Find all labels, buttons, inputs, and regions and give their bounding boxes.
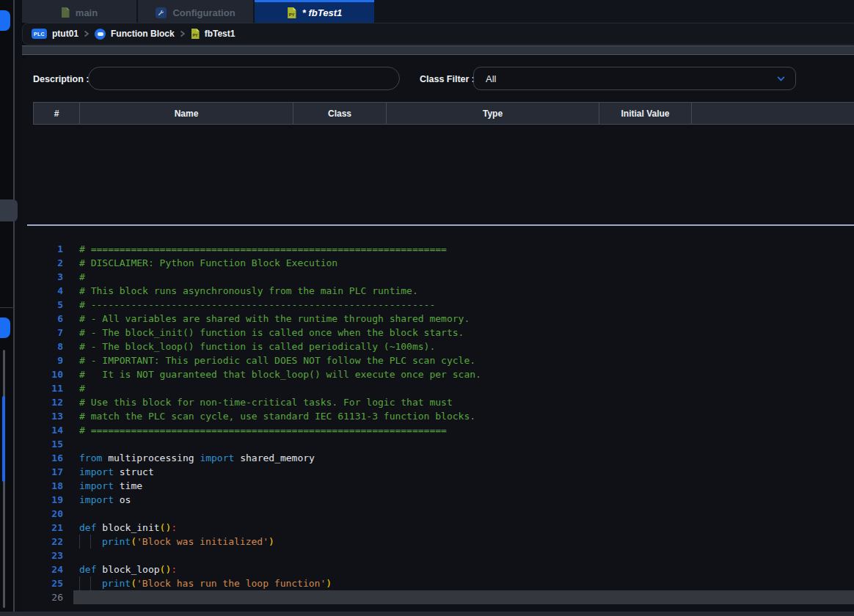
line-number: 5 [22, 298, 73, 312]
file-icon [61, 7, 70, 18]
description-input[interactable] [88, 67, 400, 90]
line-number: 10 [22, 367, 73, 381]
line-number: 7 [22, 326, 73, 340]
code-line-17[interactable]: 17import struct [22, 465, 854, 479]
breadcrumb-project[interactable]: ptut01 [52, 29, 79, 39]
python-file-icon: PY [191, 29, 200, 39]
code-line-1[interactable]: 1# =====================================… [22, 242, 854, 256]
line-content: from multiprocessing import shared_memor… [73, 451, 854, 465]
code-line-2[interactable]: 2# DISCLAIMER: Python Function Block Exe… [22, 256, 854, 270]
line-number: 3 [22, 270, 73, 284]
line-content [73, 590, 854, 604]
code-editor[interactable]: 1# =====================================… [22, 227, 854, 612]
tab-label: * fbTest1 [302, 7, 342, 18]
line-number: 6 [22, 312, 73, 326]
breadcrumb: PLC ptut01 Function Block PY fbTest1 [22, 23, 854, 45]
tab-fbtest1[interactable]: PY * fbTest1 [255, 0, 374, 23]
line-content: # Use this block for non-time-critical t… [73, 395, 854, 409]
line-content: print('Block was initialized') [73, 535, 854, 549]
code-line-20[interactable]: 20 [22, 507, 854, 521]
tab-label: Configuration [172, 7, 235, 18]
breadcrumb-section[interactable]: Function Block [111, 29, 175, 39]
code-line-13[interactable]: 13# match the PLC scan cycle, use standa… [22, 409, 854, 423]
code-line-18[interactable]: 18import time [22, 479, 854, 493]
line-content: # [73, 270, 854, 284]
code-line-4[interactable]: 4# This block runs asynchronously from t… [22, 284, 854, 298]
line-content [73, 507, 854, 521]
sidebar-divider [0, 307, 13, 308]
sidebar-toggle-button-top[interactable] [0, 10, 10, 31]
code-line-26[interactable]: 26 [22, 590, 854, 604]
line-content: # ======================================… [73, 242, 854, 256]
code-line-10[interactable]: 10# It is NOT guaranteed that block_loop… [22, 367, 854, 381]
line-number: 4 [22, 284, 73, 298]
column-header-class[interactable]: Class [293, 103, 386, 124]
plc-badge-icon: PLC [32, 29, 47, 39]
code-line-23[interactable]: 23 [22, 549, 854, 562]
horizontal-scrollbar-track[interactable] [0, 612, 854, 616]
line-number: 23 [22, 549, 73, 562]
sidebar-scrollbar-thumb[interactable] [2, 396, 5, 482]
code-line-7[interactable]: 7# - The block_init() function is called… [22, 326, 854, 340]
line-content: import os [73, 493, 854, 507]
line-content [73, 437, 854, 451]
line-number: 25 [22, 576, 73, 590]
line-number: 14 [22, 423, 73, 437]
line-content: # --------------------------------------… [73, 298, 854, 312]
chevron-right-icon [180, 30, 186, 37]
python-file-icon: PY [287, 7, 296, 18]
code-line-19[interactable]: 19import os [22, 493, 854, 507]
code-line-16[interactable]: 16from multiprocessing import shared_mem… [22, 451, 854, 465]
function-block-icon [95, 29, 106, 40]
line-number: 26 [22, 590, 73, 604]
description-label: Description : [33, 74, 89, 84]
line-content [73, 549, 854, 562]
line-number: 20 [22, 507, 73, 521]
tab-configuration[interactable]: Configuration [138, 0, 253, 23]
line-number: 24 [22, 562, 73, 576]
sidebar-toggle-button-bottom[interactable] [0, 318, 10, 338]
tab-label: main [76, 7, 98, 18]
line-content: # - The block_loop() function is called … [73, 340, 854, 353]
class-filter-value: All [474, 73, 775, 84]
code-line-9[interactable]: 9# - IMPORTANT: This periodic call DOES … [22, 353, 854, 367]
breadcrumb-item: fbTest1 [205, 29, 236, 39]
wrench-icon [156, 7, 167, 18]
code-line-15[interactable]: 15 [22, 437, 854, 451]
svg-text:PY: PY [288, 12, 294, 17]
code-line-8[interactable]: 8# - The block_loop() function is called… [22, 340, 854, 353]
line-content: # - IMPORTANT: This periodic call DOES N… [73, 353, 854, 367]
class-filter-dropdown[interactable]: All [473, 67, 796, 90]
column-header-name[interactable]: Name [79, 103, 293, 124]
line-number: 12 [22, 395, 73, 409]
line-number: 16 [22, 451, 73, 465]
svg-text:PY: PY [192, 33, 198, 37]
line-number: 19 [22, 493, 73, 507]
code-line-11[interactable]: 11# [22, 381, 854, 395]
column-header-initial-value[interactable]: Initial Value [599, 103, 691, 124]
code-line-24[interactable]: 24def block_loop(): [22, 562, 854, 576]
sidebar-collapsed-item[interactable] [0, 199, 18, 221]
code-line-6[interactable]: 6# - All variables are shared with the r… [22, 312, 854, 326]
code-line-5[interactable]: 5# -------------------------------------… [22, 298, 854, 312]
line-number: 2 [22, 256, 73, 270]
line-content: # This block runs asynchronously from th… [73, 284, 854, 298]
table-editor-splitter[interactable] [27, 224, 854, 226]
line-number: 22 [22, 535, 73, 549]
column-header-type[interactable]: Type [386, 103, 599, 124]
line-content: print('Block has run the loop function') [73, 576, 854, 590]
code-line-3[interactable]: 3# [22, 270, 854, 284]
code-line-25[interactable]: 25 print('Block has run the loop functio… [22, 576, 854, 590]
chevron-down-icon [775, 74, 787, 83]
code-line-21[interactable]: 21def block_init(): [22, 521, 854, 535]
code-line-12[interactable]: 12# Use this block for non-time-critical… [22, 395, 854, 409]
code-line-14[interactable]: 14# ====================================… [22, 423, 854, 437]
editor-tab-bar: main Configuration PY * fbTest1 [22, 0, 854, 23]
function-block-editor-panel: Description : Class Filter : All #NameCl… [22, 56, 854, 612]
code-line-22[interactable]: 22 print('Block was initialized') [22, 535, 854, 549]
column-header-actions[interactable] [691, 103, 854, 124]
line-number: 21 [22, 521, 73, 535]
tab-main[interactable]: main [22, 0, 136, 23]
panel-resize-handle[interactable] [22, 45, 854, 55]
column-header-#[interactable]: # [34, 103, 79, 124]
